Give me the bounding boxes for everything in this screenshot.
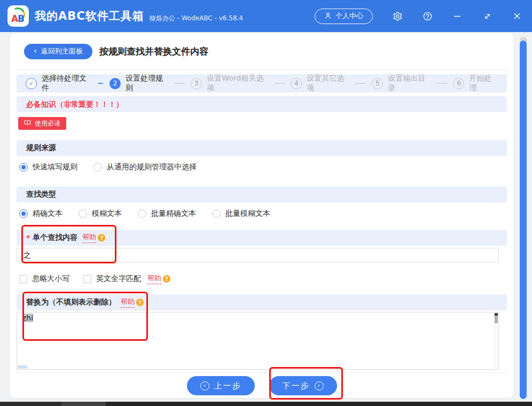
notice-bar: 必备知识（非常重要！！！）	[17, 96, 507, 112]
app-subtitle: 核烁办公 - WodeABC - v6.58.4	[150, 14, 243, 23]
circle-arrow-right-icon: ›	[315, 381, 324, 391]
step-number: 2	[109, 78, 121, 89]
prev-step-label: 上一步	[214, 381, 241, 391]
main-panel: ‹ 返回到主面板 按规则查找并替换文件内容 ✓ 选择待处理文件 2 设置处理规则…	[10, 33, 514, 398]
step-check-icon: ✓	[26, 78, 37, 89]
step-number: 5	[372, 78, 383, 89]
close-button[interactable]	[512, 11, 522, 21]
app-logo-icon: A B	[7, 5, 29, 27]
checkbox-label: 英文全字匹配	[96, 274, 141, 284]
user-center-button[interactable]: 个人中心	[315, 9, 373, 24]
radio-label: 快速填写规则	[33, 162, 77, 172]
person-icon	[324, 12, 332, 21]
step-connector	[274, 83, 285, 84]
must-read-button[interactable]: 使用必读	[18, 117, 66, 130]
chevron-left-icon: ‹	[34, 47, 37, 55]
selection-artifact	[18, 365, 27, 369]
replace-textarea[interactable]: zhi	[17, 312, 499, 370]
radio-icon	[93, 163, 102, 171]
radio-label: 模糊文本	[92, 209, 122, 218]
minimize-button[interactable]	[452, 11, 463, 21]
book-icon	[24, 119, 31, 128]
checkbox-ignore-case[interactable]: 忽略大小写	[19, 274, 69, 284]
checkbox-whole-word[interactable]: 英文全字匹配	[83, 274, 141, 284]
app-window: A B 我的ABC软件工具箱 核烁办公 - WodeABC - v6.58.4 …	[0, 0, 532, 406]
settings-gear-icon[interactable]	[392, 11, 403, 21]
help-question-icon[interactable]: ?	[163, 275, 170, 283]
must-read-label: 使用必读	[35, 119, 60, 128]
app-title: 我的ABC软件工具箱	[35, 9, 144, 24]
required-asterisk: *	[26, 233, 30, 242]
taskbar-segment	[61, 402, 106, 406]
page-header: ‹ 返回到主面板 按规则查找并替换文件内容	[17, 33, 507, 70]
replace-help-link[interactable]: 帮助	[121, 297, 135, 308]
logo-letter-b: B	[18, 13, 25, 24]
help-question-icon[interactable]: ?	[98, 234, 105, 241]
step-3-word-options: 3 设置Word相关选项	[191, 74, 269, 93]
step-indicator: ✓ 选择待处理文件 2 设置处理规则 3 设置Word相关选项 4 设置其它选项…	[17, 74, 507, 92]
bottom-taskbar-strip	[0, 402, 532, 406]
checkbox-label: 忽略大小写	[32, 274, 69, 284]
next-step-label: 下一步	[283, 381, 310, 391]
prev-step-button[interactable]: ‹ 上一步	[187, 376, 255, 395]
radio-quick-fill-rule[interactable]: 快速填写规则	[19, 162, 77, 172]
checkbox-icon	[83, 275, 91, 283]
whole-word-help-link[interactable]: 帮助	[147, 274, 161, 284]
titlebar-controls: 个人中心	[315, 9, 522, 24]
step-number: 6	[453, 78, 464, 89]
step-6-start: 6 开始处理	[453, 74, 498, 93]
radio-label: 从通用的规则管理器中选择	[107, 162, 197, 172]
page-title: 按规则查找并替换文件内容	[99, 45, 208, 58]
section-rule-source: 规则来源	[17, 140, 507, 156]
single-find-value: 之	[24, 251, 31, 260]
radio-batch-fuzzy-text[interactable]: 批量模糊文本	[212, 209, 270, 218]
radio-exact-text[interactable]: 精确文本	[19, 209, 62, 218]
match-options-row: 忽略大小写 英文全字匹配 帮助 ?	[19, 273, 507, 285]
single-find-label: 单个查找内容	[33, 233, 77, 243]
resize-maximize-icon[interactable]	[482, 11, 492, 21]
radio-label: 精确文本	[33, 209, 62, 218]
step-connector	[174, 83, 185, 84]
wizard-footer: ‹ 上一步 下一步 ›	[17, 372, 507, 395]
next-step-button[interactable]: 下一步 ›	[269, 376, 337, 395]
step-number: 3	[191, 78, 202, 89]
circle-arrow-left-icon: ‹	[200, 381, 209, 391]
step-4-other-options: 4 设置其它选项	[291, 74, 350, 93]
textarea-scrollbar[interactable]	[494, 313, 498, 369]
section-find-type: 查找类型	[17, 186, 507, 202]
single-find-label-bar: * 单个查找内容 帮助 ?	[17, 230, 507, 246]
user-center-label: 个人中心	[335, 11, 363, 21]
step-number: 4	[291, 78, 302, 89]
step-1-select-files: ✓ 选择待处理文件	[26, 74, 92, 93]
back-label: 返回到主面板	[41, 46, 83, 56]
radio-icon	[79, 209, 87, 218]
step-connector	[98, 83, 103, 84]
checkbox-icon	[19, 275, 27, 283]
radio-label: 批量模糊文本	[225, 209, 270, 218]
taskbar-segment	[106, 402, 532, 406]
replace-label: 替换为（不填则表示删除）	[26, 298, 116, 307]
radio-fuzzy-text[interactable]: 模糊文本	[79, 209, 122, 218]
help-question-icon[interactable]: ?	[136, 299, 144, 306]
replace-label-bar: 替换为（不填则表示删除） 帮助 ?	[17, 294, 507, 310]
radio-batch-exact-text[interactable]: 批量精确文本	[138, 209, 196, 218]
panel-scrollbar[interactable]	[520, 41, 527, 399]
step-connector	[436, 83, 448, 84]
radio-from-rule-manager[interactable]: 从通用的规则管理器中选择	[93, 162, 197, 172]
radio-icon	[138, 209, 146, 218]
help-icon[interactable]	[422, 11, 433, 21]
radio-label: 批量精确文本	[151, 209, 196, 218]
radio-selected-icon	[19, 163, 28, 171]
single-find-help-link[interactable]: 帮助	[82, 232, 96, 243]
step-2-set-rules: 2 设置处理规则	[109, 74, 169, 93]
back-to-dashboard-button[interactable]: ‹ 返回到主面板	[24, 44, 92, 59]
replace-value: zhi	[22, 314, 33, 322]
step-5-output-dir: 5 设置输出目录	[372, 74, 431, 93]
titlebar: A B 我的ABC软件工具箱 核烁办公 - WodeABC - v6.58.4 …	[0, 0, 532, 32]
single-find-input[interactable]: 之	[17, 248, 499, 262]
radio-icon	[212, 209, 221, 218]
textarea-scrollbar-thumb[interactable]	[495, 313, 498, 323]
find-type-options: 精确文本 模糊文本 批量精确文本 批量模糊文本	[19, 207, 507, 220]
rule-source-options: 快速填写规则 从通用的规则管理器中选择	[19, 161, 507, 174]
step-connector	[355, 83, 366, 84]
